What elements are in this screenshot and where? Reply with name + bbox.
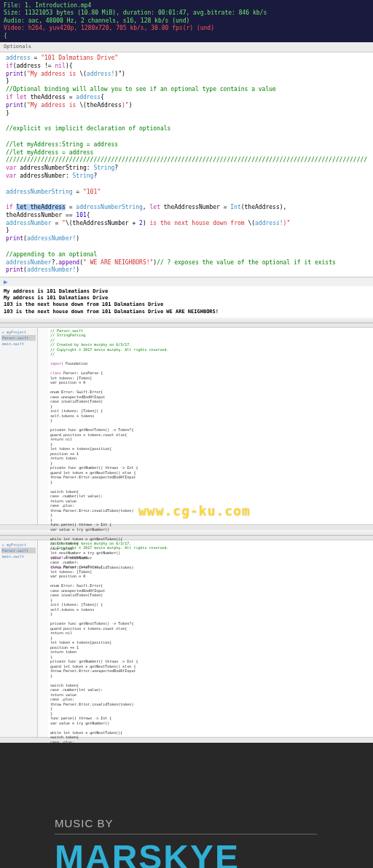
divider — [55, 834, 317, 835]
xcode-navigator[interactable]: ▸ myProject Parser.swift main.swift — [0, 328, 38, 524]
xcode-window-1: ▸ myProject Parser.swift main.swift // P… — [0, 317, 373, 530]
video-line: Video: h264, yuv420p, 1280x720, 705 kb/s… — [4, 25, 369, 32]
sidebar-item: main.swift — [1, 341, 36, 347]
playground-footer: ▶ — [0, 277, 373, 286]
xcode-toolbar[interactable] — [0, 317, 373, 323]
xcode-editor[interactable]: // Created by kevin murphy on 6/3/17. //… — [38, 540, 373, 737]
play-button[interactable]: ▶ — [4, 278, 7, 285]
music-by-label: MUSIC BY — [55, 817, 114, 829]
sidebar-item: ▸ myProject — [1, 542, 36, 548]
xcode-navigator[interactable]: ▸ myProject Parser.swift main.swift — [0, 540, 38, 737]
source-code[interactable]: // Created by kevin murphy on 6/3/17. //… — [48, 540, 373, 737]
swift-playground: Optionals address = "101 Dalmatians Driv… — [0, 42, 373, 317]
terminal-output: File: 1. Introduction.mp4 Size: 11321053… — [0, 0, 373, 42]
credits-screen: MUSIC BY MARSKYE CAMTASIA — [0, 743, 373, 868]
bracket-line: { — [4, 33, 369, 40]
tab-optionals[interactable]: Optionals — [4, 44, 31, 50]
file-line: File: 1. Introduction.mp4 — [4, 2, 369, 9]
source-code[interactable]: // Parser.swift // StringParsing // // C… — [48, 328, 373, 524]
line-gutter — [38, 540, 48, 737]
playground-header: Optionals — [0, 42, 373, 52]
sidebar-item: ▸ myProject — [1, 329, 36, 335]
xcode-editor[interactable]: // Parser.swift // StringParsing // // C… — [38, 328, 373, 524]
console-output: My address is 101 Dalmatians Drive My ad… — [0, 286, 373, 317]
line-gutter — [38, 328, 48, 524]
code-editor[interactable]: address = "101 Dalmatians Drive" if(addr… — [0, 52, 373, 277]
audio-line: Audio: aac, 48000 Hz, 2 channels, s16, 1… — [4, 17, 369, 25]
sidebar-item: main.swift — [1, 553, 36, 559]
sidebar-item: Parser.swift — [1, 548, 36, 553]
credit-name: MARSKYE — [55, 837, 240, 868]
sidebar-item: Parser.swift — [1, 335, 36, 341]
size-line: Size: 11321053 bytes (10.80 MiB), durati… — [4, 9, 369, 17]
